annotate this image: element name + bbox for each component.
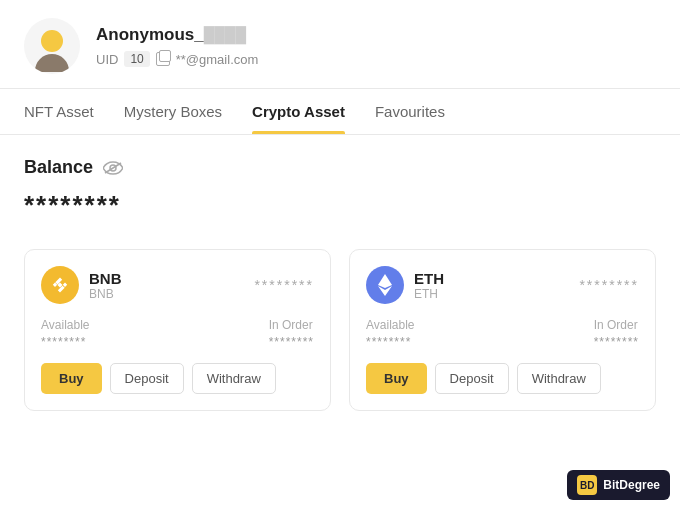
eth-detail-row: Available ******** In Order ******** [366, 318, 639, 349]
tab-favourites[interactable]: Favourites [375, 89, 445, 134]
uid-value: 10 [124, 51, 149, 67]
toggle-balance-icon[interactable] [103, 161, 123, 175]
balance-title: Balance [24, 157, 93, 178]
avatar [24, 18, 80, 74]
bnb-detail-row: Available ******** In Order ******** [41, 318, 314, 349]
profile-uid-row: UID 10 **@gmail.com [96, 51, 258, 67]
balance-section: Balance ******** [0, 135, 680, 249]
eth-name-wrap: ETH ETH [414, 270, 444, 301]
cards-row: BNB BNB ******** Available ******** In O… [0, 249, 680, 435]
eth-inorder-label: In Order [594, 318, 639, 332]
eth-available-col: Available ******** [366, 318, 414, 349]
eth-buy-button[interactable]: Buy [366, 363, 427, 394]
bnb-card-top: BNB BNB ******** [41, 266, 314, 304]
bitdegree-logo-icon: BD [577, 475, 597, 495]
eth-inorder-col: In Order ******** [594, 318, 639, 349]
bnb-available-col: Available ******** [41, 318, 89, 349]
eth-inorder-value: ******** [594, 335, 639, 349]
email-display: **@gmail.com [176, 52, 259, 67]
bnb-full: BNB [89, 287, 122, 301]
tab-crypto-asset[interactable]: Crypto Asset [252, 89, 345, 134]
uid-label: UID [96, 52, 118, 67]
copy-uid-icon[interactable] [156, 52, 170, 66]
bnb-name-wrap: BNB BNB [89, 270, 122, 301]
bnb-card: BNB BNB ******** Available ******** In O… [24, 249, 331, 411]
eth-deposit-button[interactable]: Deposit [435, 363, 509, 394]
bnb-available-label: Available [41, 318, 89, 332]
bnb-icon [41, 266, 79, 304]
bitdegree-label: BitDegree [603, 478, 660, 492]
eth-full: ETH [414, 287, 444, 301]
bnb-balance-hidden: ******** [254, 277, 314, 293]
tabs-bar: NFT Asset Mystery Boxes Crypto Asset Fav… [0, 89, 680, 135]
bnb-inorder-value: ******** [269, 335, 314, 349]
bitdegree-watermark: BD BitDegree [567, 470, 670, 500]
tab-mystery-boxes[interactable]: Mystery Boxes [124, 89, 222, 134]
bnb-withdraw-button[interactable]: Withdraw [192, 363, 276, 394]
eth-available-label: Available [366, 318, 414, 332]
bnb-coin-info: BNB BNB [41, 266, 122, 304]
eth-withdraw-button[interactable]: Withdraw [517, 363, 601, 394]
eth-coin-info: ETH ETH [366, 266, 444, 304]
bnb-actions: Buy Deposit Withdraw [41, 363, 314, 394]
bnb-buy-button[interactable]: Buy [41, 363, 102, 394]
tab-nft-asset[interactable]: NFT Asset [24, 89, 94, 134]
eth-actions: Buy Deposit Withdraw [366, 363, 639, 394]
bnb-symbol: BNB [89, 270, 122, 287]
eth-available-value: ******** [366, 335, 414, 349]
eth-symbol: ETH [414, 270, 444, 287]
bnb-deposit-button[interactable]: Deposit [110, 363, 184, 394]
eth-balance-hidden: ******** [579, 277, 639, 293]
bnb-inorder-col: In Order ******** [269, 318, 314, 349]
eth-card-top: ETH ETH ******** [366, 266, 639, 304]
bnb-available-value: ******** [41, 335, 89, 349]
svg-marker-2 [378, 274, 392, 288]
profile-name: Anonymous_████ [96, 25, 258, 45]
profile-info: Anonymous_████ UID 10 **@gmail.com [96, 25, 258, 67]
balance-hidden-value: ******** [24, 190, 656, 221]
eth-icon [366, 266, 404, 304]
balance-title-row: Balance [24, 157, 656, 178]
bnb-inorder-label: In Order [269, 318, 314, 332]
eth-card: ETH ETH ******** Available ******** In O… [349, 249, 656, 411]
profile-header: Anonymous_████ UID 10 **@gmail.com [0, 0, 680, 89]
